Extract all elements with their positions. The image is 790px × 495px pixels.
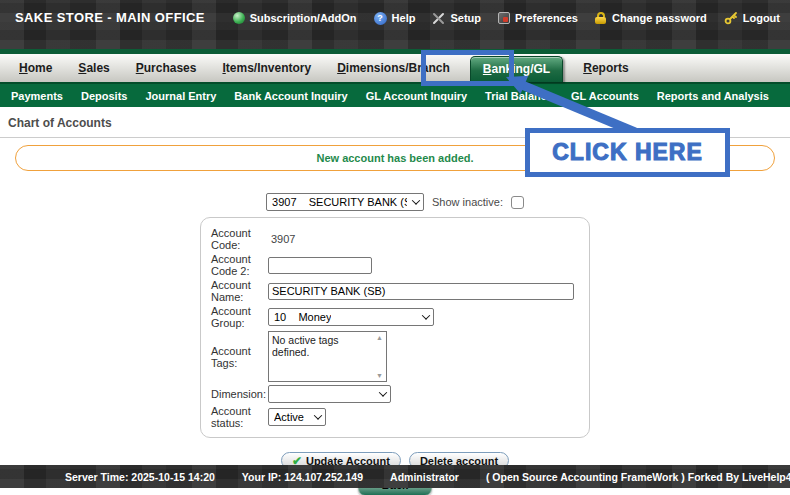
tab-dimensions-branch[interactable]: Dimensions/Branch xyxy=(324,54,463,82)
globe-green-icon xyxy=(233,12,245,24)
tab-home[interactable]: Home xyxy=(6,54,65,82)
form-row-account-name: Account Name: xyxy=(211,279,579,303)
menu-item-logout[interactable]: Logout xyxy=(724,11,780,25)
menu-item-help[interactable]: ? Help xyxy=(374,12,416,25)
subnav-gl-accounts[interactable]: GL Accounts xyxy=(562,90,648,102)
subnav-bank-account-inquiry[interactable]: Bank Account Inquiry xyxy=(225,90,356,102)
scroll-up-icon[interactable]: ▲ xyxy=(376,334,383,341)
subnav-gl-account-inquiry[interactable]: GL Account Inquiry xyxy=(357,90,476,102)
account-code2-input[interactable] xyxy=(268,257,372,274)
key-icon xyxy=(724,11,738,25)
menu-label: Setup xyxy=(450,12,481,24)
account-status-value: Active xyxy=(274,411,304,423)
account-name-input[interactable] xyxy=(268,283,574,300)
dimension-label: Dimension: xyxy=(211,388,268,400)
preferences-icon xyxy=(498,12,510,24)
success-alert-text: New account has been added. xyxy=(316,152,473,164)
menu-item-preferences[interactable]: Preferences xyxy=(498,12,578,24)
account-group-value: 10 Money xyxy=(274,311,331,323)
account-code-value: 3907 xyxy=(268,233,295,245)
company-title: SAKE STORE - MAIN OFFICE xyxy=(15,10,205,25)
account-select[interactable]: 3907 SECURITY BANK (SB) xyxy=(266,193,424,211)
subnav-reports-and-analysis[interactable]: Reports and Analysis xyxy=(648,90,778,102)
account-status-select[interactable]: Active xyxy=(268,408,326,426)
menu-label: Help xyxy=(392,12,416,24)
server-time: Server Time: 2025-10-15 14:20 xyxy=(65,471,215,483)
scroll-down-icon[interactable]: ▼ xyxy=(376,372,383,379)
chevron-down-icon xyxy=(379,388,387,396)
account-selector-row: 3907 SECURITY BANK (SB) Show inactive: xyxy=(0,193,790,211)
top-menu: Subscription/AddOn ? Help Setup Preferen… xyxy=(233,11,780,25)
form-row-account-tags: Account Tags: No active tags defined. ▲ … xyxy=(211,331,579,382)
form-row-account-code: Account Code: 3907 xyxy=(211,227,579,251)
click-here-label: CLICK HERE xyxy=(552,139,703,166)
tab-banking-gl[interactable]: Banking/GL xyxy=(470,56,563,82)
account-code2-label: Account Code 2: xyxy=(211,253,268,277)
tab-purchases[interactable]: Purchases xyxy=(123,54,210,82)
tools-icon xyxy=(432,12,445,25)
account-form-card: Account Code: 3907 Account Code 2: Accou… xyxy=(200,217,590,438)
help-icon: ? xyxy=(374,12,387,25)
chevron-down-icon xyxy=(314,411,322,419)
logged-in-user: Administrator xyxy=(390,471,459,483)
form-row-account-status: Account status: Active xyxy=(211,405,579,429)
account-group-select[interactable]: 10 Money xyxy=(268,308,434,326)
account-tags-listbox[interactable]: No active tags defined. ▲ ▼ xyxy=(268,331,387,382)
account-code-label: Account Code: xyxy=(211,227,268,251)
menu-item-subscription[interactable]: Subscription/AddOn xyxy=(233,12,357,24)
account-tags-empty-text: No active tags defined. xyxy=(272,334,339,358)
padlock-icon xyxy=(595,12,607,24)
menu-label: Subscription/AddOn xyxy=(250,12,357,24)
app-window: SAKE STORE - MAIN OFFICE Subscription/Ad… xyxy=(0,0,790,495)
tab-items-inventory[interactable]: Items/Inventory xyxy=(209,54,324,82)
account-tags-label: Account Tags: xyxy=(211,345,268,369)
menu-item-setup[interactable]: Setup xyxy=(432,12,481,25)
framework-credit: ( Open Source Accounting FrameWork ) For… xyxy=(486,471,790,483)
account-name-label: Account Name: xyxy=(211,279,268,303)
menu-item-change-password[interactable]: Change password xyxy=(595,12,707,24)
chevron-down-icon xyxy=(422,311,430,319)
account-select-value: 3907 SECURITY BANK (SB) xyxy=(272,196,407,208)
chevron-down-icon xyxy=(412,196,420,204)
form-row-account-group: Account Group: 10 Money xyxy=(211,305,579,329)
show-inactive-label: Show inactive: xyxy=(432,196,503,208)
account-status-label: Account status: xyxy=(211,405,268,429)
form-row-dimension: Dimension: xyxy=(211,385,579,403)
account-group-label: Account Group: xyxy=(211,305,268,329)
subnav-trial-balance[interactable]: Trial Balance xyxy=(476,90,562,102)
subnav-payments[interactable]: Payments xyxy=(2,90,72,102)
tab-sales[interactable]: Sales xyxy=(65,54,122,82)
subnav-deposits[interactable]: Deposits xyxy=(72,90,136,102)
menu-label: Change password xyxy=(612,12,707,24)
top-header-bar: SAKE STORE - MAIN OFFICE Subscription/Ad… xyxy=(0,0,790,49)
your-ip: Your IP: 124.107.252.149 xyxy=(242,471,363,483)
form-row-account-code2: Account Code 2: xyxy=(211,253,579,277)
show-inactive-checkbox[interactable] xyxy=(511,196,524,209)
menu-label: Preferences xyxy=(515,12,578,24)
footer-bar: Server Time: 2025-10-15 14:20 Your IP: 1… xyxy=(0,465,790,488)
menu-label: Logout xyxy=(743,12,780,24)
subnav-journal-entry[interactable]: Journal Entry xyxy=(136,90,225,102)
tab-reports[interactable]: Reports xyxy=(570,54,641,82)
dimension-select[interactable] xyxy=(268,385,391,403)
click-here-callout: CLICK HERE xyxy=(525,128,730,177)
main-tabbar: Home Sales Purchases Items/Inventory Dim… xyxy=(0,54,790,82)
sub-navbar: Payments Deposits Journal Entry Bank Acc… xyxy=(0,82,790,107)
